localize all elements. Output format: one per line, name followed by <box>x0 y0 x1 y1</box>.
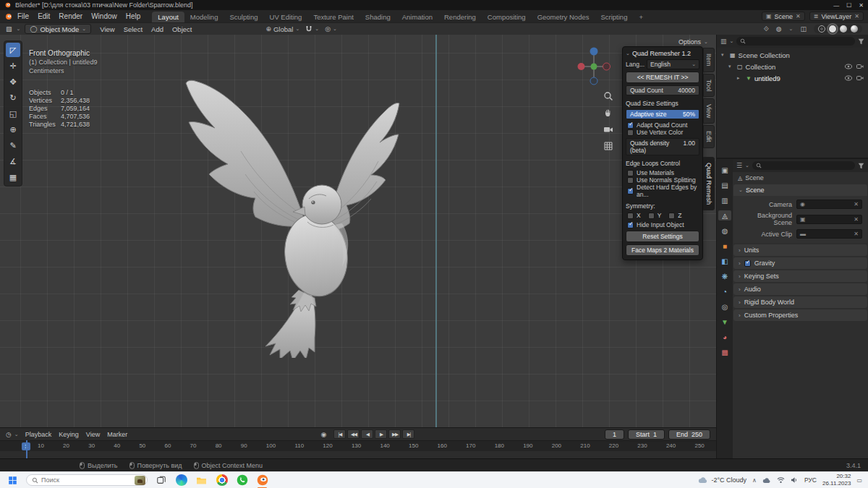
properties-tab[interactable]: ▤ <box>718 180 731 190</box>
section-expand-icon[interactable]: › <box>739 247 741 254</box>
sidebar-tab[interactable]: Item <box>703 48 715 72</box>
sidebar-tab[interactable]: Tool <box>703 74 715 98</box>
transport-button[interactable]: |◀ <box>333 429 346 439</box>
properties-tab[interactable]: ■ <box>718 241 731 251</box>
options-dropdown[interactable]: Options ⌄ <box>678 38 708 46</box>
filter-icon[interactable] <box>858 38 864 45</box>
reset-settings-button[interactable]: Reset Settings <box>626 231 699 242</box>
zoom-icon[interactable] <box>603 91 613 101</box>
network-tray-icon[interactable] <box>777 476 785 484</box>
filter-icon[interactable] <box>858 163 864 169</box>
properties-search-input[interactable] <box>752 161 855 170</box>
checkbox-icon[interactable] <box>627 170 634 176</box>
timeline-menu-item[interactable]: Keying <box>55 430 82 439</box>
workspace-tab[interactable]: Sculpting <box>224 12 263 22</box>
remesh-button[interactable]: << REMESH IT >> <box>626 72 699 83</box>
outliner-row-scene-collection[interactable]: ▾ ▦ Scene Collection <box>717 49 868 61</box>
clock-widget[interactable]: 20:32 26.11.2023 <box>822 473 851 487</box>
quad-count-field[interactable]: Quad Count 40000 <box>626 85 699 95</box>
volume-tray-icon[interactable] <box>791 476 799 484</box>
notification-center-button[interactable]: ▭ <box>856 477 862 484</box>
overlays-icon[interactable]: ◍ <box>776 25 782 33</box>
property-section-header[interactable]: › Keying Sets <box>733 270 867 282</box>
weather-widget[interactable]: -2°C Cloudy <box>698 476 746 484</box>
clear-field-icon[interactable]: ✕ <box>854 231 859 237</box>
quad-panel-checkbox[interactable]: Adapt Quad Count <box>626 121 699 129</box>
blender-app-button[interactable] <box>255 474 269 487</box>
properties-tab[interactable]: ▥ <box>718 195 731 205</box>
properties-tab[interactable]: ◎ <box>718 301 731 312</box>
properties-tab[interactable]: ◬ <box>718 210 731 221</box>
solid-shading-button[interactable] <box>829 25 836 33</box>
section-expand-icon[interactable]: › <box>739 299 741 306</box>
workspace-tab[interactable]: UV Editing <box>264 12 308 22</box>
chrome-app-button[interactable] <box>215 474 229 487</box>
onedrive-tray-icon[interactable] <box>762 477 771 484</box>
transport-button[interactable]: ▶| <box>402 429 414 439</box>
breadcrumb-label[interactable]: Scene <box>745 174 764 181</box>
current-frame-line[interactable] <box>26 440 27 459</box>
property-section-header[interactable]: › Units <box>733 244 867 256</box>
rendered-shading-button[interactable] <box>851 25 858 33</box>
outliner-editor-icon[interactable]: ▥ <box>720 38 727 45</box>
panel-collapse-icon[interactable]: ⌄ <box>626 51 630 56</box>
disable-render-camera-icon[interactable] <box>856 75 864 81</box>
scene-selector[interactable]: ▣ Scene ✕ <box>762 12 805 21</box>
search-highlight-image[interactable] <box>135 476 145 485</box>
taskbar-search[interactable] <box>26 474 148 486</box>
tool-button[interactable]: ▦ <box>6 170 20 184</box>
menu-item[interactable]: Help <box>122 12 145 21</box>
editor-type-icon[interactable]: ▧ <box>6 25 12 33</box>
checkbox-icon[interactable] <box>668 213 675 219</box>
orientation-select[interactable]: ⊕ Global ⌄ <box>265 25 299 33</box>
properties-tab[interactable]: ◍ <box>718 226 731 236</box>
menu-item[interactable]: File <box>13 12 33 21</box>
minimize-icon[interactable]: — <box>833 2 839 9</box>
axis-checkbox[interactable]: X <box>627 212 641 219</box>
material-shading-button[interactable] <box>840 25 847 33</box>
workspace-tab[interactable]: Geometry Nodes <box>532 12 595 22</box>
timeline-ruler[interactable]: 1020304050607080901001101201301401501601… <box>0 440 716 451</box>
tool-button[interactable]: ◸ <box>6 43 20 57</box>
gizmo-z-axis[interactable] <box>590 48 598 56</box>
workspace-tab[interactable]: Layout <box>152 12 184 22</box>
maximize-icon[interactable]: ☐ <box>846 2 851 9</box>
quad-panel-checkbox[interactable]: Use Normals Splitting <box>626 176 699 184</box>
whatsapp-app-button[interactable] <box>235 474 249 487</box>
transport-button[interactable]: ◀◀ <box>347 429 359 439</box>
properties-tab[interactable]: ◧ <box>718 256 731 266</box>
axis-checkbox[interactable]: Y <box>648 212 662 219</box>
workspace-tab[interactable]: Animation <box>396 12 438 22</box>
viewport-menu-item[interactable]: Select <box>119 25 147 34</box>
tool-button[interactable]: ∡ <box>6 154 20 168</box>
scene-clear-icon[interactable]: ✕ <box>796 13 801 20</box>
adaptive-size-slider[interactable]: Adaptive size 50% <box>626 109 699 119</box>
tool-button[interactable]: ✎ <box>6 138 20 153</box>
hide-input-checkbox[interactable]: Hide Input Object <box>626 221 699 228</box>
properties-tab[interactable]: ▼ <box>718 317 731 327</box>
outliner-item-label[interactable]: Collection <box>746 63 776 71</box>
scene-panel-header[interactable]: ⌄ Scene <box>733 184 867 196</box>
checkbox-icon[interactable] <box>627 122 634 129</box>
property-section-header[interactable]: › Rigid Body World <box>733 296 867 308</box>
checkbox-icon[interactable] <box>627 222 634 228</box>
transport-button[interactable]: ▶ <box>375 429 387 439</box>
section-checkbox-icon[interactable] <box>744 260 751 267</box>
timeline-menu-item[interactable]: View <box>82 430 103 439</box>
xray-toggle-icon[interactable]: ◫ <box>800 25 807 33</box>
auto-keying-button[interactable]: ◉ <box>321 431 327 438</box>
current-frame-field[interactable]: 1 <box>605 429 624 440</box>
object-field[interactable]: ▣ ✕ <box>796 215 862 224</box>
expander-icon[interactable]: ▾ <box>728 64 734 69</box>
file-explorer-button[interactable] <box>195 474 208 487</box>
menu-item[interactable]: Render <box>54 12 87 21</box>
checkbox-icon[interactable] <box>648 213 655 219</box>
sidebar-tab[interactable]: Quad Remesh <box>703 157 715 210</box>
language-indicator[interactable]: РУС <box>804 476 817 484</box>
gizmo-y-axis[interactable] <box>591 64 597 70</box>
outliner-row-collection[interactable]: ▾ ▢ Collection <box>717 61 868 72</box>
proportional-editing-toggle[interactable]: ◎ ⌄ <box>325 25 337 33</box>
timeline-menu-item[interactable]: Playback <box>22 430 56 439</box>
outliner-search-input[interactable] <box>736 37 855 46</box>
workspace-tab[interactable]: Compositing <box>482 12 532 22</box>
